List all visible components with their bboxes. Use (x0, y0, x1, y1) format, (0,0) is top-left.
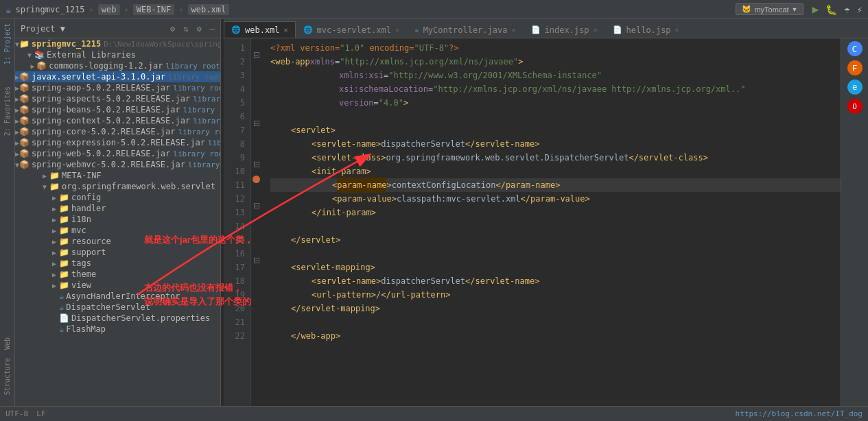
tree-item-commons[interactable]: ▶ 📦 commons-logging-1.2.jar library root (15, 60, 220, 71)
tomcat-button[interactable]: 🐱 myTomcat ▼ (736, 3, 804, 15)
tab-mycontroller-close[interactable]: ✕ (511, 26, 515, 34)
breadcrumb-sep1: › (89, 5, 94, 14)
tree-item-orgspring[interactable]: ▼ 📁 org.springframework.web.servlet (15, 181, 220, 192)
tree-item-springcore[interactable]: ▶ 📦 spring-core-5.0.2.RELEASE.jar librar… (15, 126, 220, 137)
line-num-9: 9 (224, 151, 245, 165)
code-line-19: <url-pattern>/</url-pattern> (270, 288, 841, 302)
tab-mycontroller[interactable]: ☕ MyController.java ✕ (407, 21, 523, 38)
breakpoint-dot-11[interactable] (253, 176, 260, 183)
tree-item-resource[interactable]: ▶ 📁 resource (15, 236, 220, 247)
code-line-12: <param-value>classpath:mvc-servlet.xml</… (270, 192, 841, 206)
firefox-icon[interactable]: F (847, 60, 863, 75)
tab-webxml[interactable]: 🌐 web.xml ✕ (224, 21, 296, 38)
tab-hellojsp-icon: 📄 (613, 25, 622, 34)
code-line-20: </servlet-mapping> (270, 302, 841, 315)
collapse-icon[interactable]: ⇅ (183, 24, 188, 34)
tree-item-root[interactable]: ▼ 📁 springmvc_1215 D:\NewIdeaWorkSpace\s… (15, 38, 220, 49)
breadcrumb-webinf: WEB-INF (133, 4, 175, 15)
debug-button[interactable]: 🐛 (825, 4, 837, 15)
tab-hellojsp-close[interactable]: ✕ (675, 26, 679, 34)
line-num-20: 20 (224, 302, 245, 315)
code-line-18: <servlet-name>dispatcherServlet</servlet… (270, 274, 841, 288)
line-num-5: 5 (224, 96, 245, 110)
fold-marker-7[interactable]: − (254, 121, 259, 126)
fold-gutter: − − − − − (251, 38, 262, 406)
line-num-22: 22 (224, 329, 245, 343)
tree-item-dispatcherprops[interactable]: 📄 DispatcherServlet.properties (15, 313, 220, 324)
tab-indexjsp-close[interactable]: ✕ (594, 26, 598, 34)
line-num-1: 1 (224, 41, 245, 55)
coverage-button[interactable]: ☂ (844, 4, 849, 15)
line-num-16: 16 (224, 247, 245, 261)
title-bar: ☕ springmvc_1215 › web › WEB-INF › web.x… (0, 0, 868, 19)
fold-marker-17[interactable]: − (254, 258, 259, 263)
tree-item-support[interactable]: ▶ 📁 support (15, 247, 220, 258)
tomcat-label: myTomcat (754, 5, 788, 14)
editor-area: 🌐 web.xml ✕ 🌐 mvc-servlet.xml ✕ ☕ MyCont… (224, 19, 868, 406)
tree-item-springexp[interactable]: ▶ 📦 spring-expression-5.0.2.RELEASE.jar … (15, 137, 220, 148)
tab-indexjsp[interactable]: 📄 index.jsp ✕ (524, 21, 605, 38)
tree-item-config[interactable]: ▶ 📁 config (15, 192, 220, 203)
edge-icon[interactable]: O (847, 99, 863, 114)
line-num-19: 19 (224, 288, 245, 302)
code-line-3: xmlns:xsi="http://www.w3.org/2001/XMLSch… (270, 69, 841, 82)
tree-item-flashmap[interactable]: ☕ FlashMap (15, 324, 220, 335)
structure-strip-label[interactable]: Structure (2, 354, 12, 399)
tree-item-metainf[interactable]: ▶ 📁 META-INF (15, 170, 220, 181)
tab-webxml-close[interactable]: ✕ (284, 26, 288, 34)
line-num-6: 6 (224, 110, 245, 123)
project-strip-label[interactable]: 1: Project (2, 19, 12, 69)
tree-item-theme[interactable]: ▶ 📁 theme (15, 269, 220, 280)
tab-mvcservlet-close[interactable]: ✕ (395, 26, 399, 34)
tree-item-springbeans[interactable]: ▶ 📦 spring-beans-5.0.2.RELEASE.jar libra… (15, 104, 220, 115)
tree-item-springweb[interactable]: ▶ 📦 spring-web-5.0.2.RELEASE.jar library… (15, 148, 220, 159)
code-line-11: <param-name>contextConfigLocation</param… (270, 178, 841, 192)
breadcrumb-web: web (98, 4, 120, 15)
settings-icon[interactable]: ⚙ (197, 24, 202, 34)
tree-item-i18n[interactable]: ▶ 📁 i18n (15, 214, 220, 225)
add-config-icon[interactable]: ⚙ (170, 24, 175, 34)
fold-marker-2[interactable]: − (254, 52, 259, 58)
tab-hellojsp[interactable]: 📄 hello.jsp ✕ (605, 21, 687, 38)
line-num-3: 3 (224, 69, 245, 82)
tab-mvcservlet-label: mvc-servlet.xml (317, 25, 391, 35)
line-num-8: 8 (224, 137, 245, 151)
code-line-2: <web-app xmlns="http://xmlns.jcp.org/xml… (270, 55, 841, 69)
code-line-7: <servlet> (270, 123, 841, 137)
tab-mvcservlet[interactable]: 🌐 mvc-servlet.xml ✕ (296, 21, 407, 38)
hide-icon[interactable]: — (210, 24, 215, 34)
favorites-strip-label[interactable]: 2: Favorites (2, 82, 12, 140)
project-toolbar: Project ▼ ⚙ ⇅ ⚙ — (15, 19, 220, 38)
tree-item-tags[interactable]: ▶ 📁 tags (15, 258, 220, 269)
code-area[interactable]: <?xml version="1.0" encoding="UTF-8"?> <… (262, 38, 841, 406)
tabs-bar: 🌐 web.xml ✕ 🌐 mvc-servlet.xml ✕ ☕ MyCont… (224, 19, 868, 38)
left-tool-strip: 1: Project 2: Favorites Web Structure (0, 19, 15, 406)
fold-marker-10[interactable]: − (254, 162, 259, 167)
tree-item-mvc[interactable]: ▶ 📁 mvc (15, 225, 220, 236)
tree-item-dispatcherservlet[interactable]: ☕ DispatcherServlet (15, 302, 220, 313)
code-line-17: <servlet-mapping> (270, 261, 841, 274)
tab-webxml-label: web.xml (245, 25, 280, 35)
code-line-1: <?xml version="1.0" encoding="UTF-8"?> (270, 41, 841, 55)
line-num-11: 11 (224, 178, 245, 192)
tree-item-asynchandler[interactable]: ☕ AsyncHandlerInterceptor (15, 291, 220, 302)
line-num-21: 21 (224, 315, 245, 329)
line-num-7: 7 (224, 123, 245, 137)
web-strip-label[interactable]: Web (2, 333, 12, 354)
tree-item-extlibs[interactable]: ▼ 📚 External Libraries (15, 49, 220, 60)
tree-item-springaspects[interactable]: ▶ 📦 spring-aspects-5.0.2.RELEASE.jar lib… (15, 93, 220, 104)
right-browser-panel: C F e O (841, 38, 868, 406)
tree-item-springwebmvc[interactable]: ▼ 📦 spring-webmvc-5.0.2.RELEASE.jar libr… (15, 159, 220, 170)
dropdown-icon: ▼ (792, 6, 798, 13)
ie-icon[interactable]: e (847, 80, 863, 95)
run-button[interactable]: ▶ (812, 3, 819, 16)
tab-hellojsp-label: hello.jsp (626, 25, 671, 35)
profile-button[interactable]: ⚡ (857, 4, 863, 15)
tree-item-handler[interactable]: ▶ 📁 handler (15, 203, 220, 214)
tree-item-view[interactable]: ▶ 📁 view (15, 280, 220, 291)
tree-item-javax[interactable]: ▶ 📦 javax.servlet-api-3.1.0.jar library … (15, 71, 220, 82)
chrome-icon[interactable]: C (847, 41, 863, 56)
fold-marker-13[interactable]: − (254, 203, 259, 208)
tree-item-springaop[interactable]: ▶ 📦 spring-aop-5.0.2.RELEASE.jar library… (15, 82, 220, 93)
tree-item-springcontext[interactable]: ▶ 📦 spring-context-5.0.2.RELEASE.jar lib… (15, 115, 220, 126)
